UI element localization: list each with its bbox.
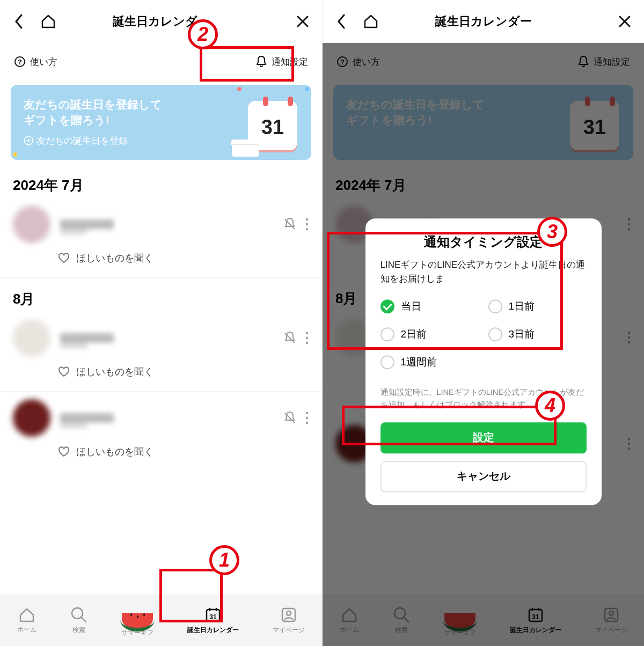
friend-row[interactable] [0, 198, 322, 251]
avatar [13, 319, 50, 357]
close-icon [296, 15, 309, 28]
avatar [13, 205, 50, 243]
sub-toolbar: ? 使い方 通知設定 [0, 43, 322, 80]
option-1day[interactable]: 1日前 [488, 300, 587, 314]
wishlist-link[interactable]: ほしいものを聞く [0, 444, 322, 471]
notification-settings-button[interactable]: 通知設定 [255, 55, 308, 68]
dialog-note: 通知設定時に、LINEギフトのLINE公式アカウントが友だち追加、もしくはブロッ… [380, 387, 587, 412]
month-header-july: 2024年 7月 [0, 164, 322, 198]
svg-point-7 [306, 337, 308, 339]
wishlist-link[interactable]: ほしいものを聞く [0, 251, 322, 278]
friend-row[interactable] [0, 312, 322, 364]
bell-off-icon[interactable] [282, 331, 297, 346]
close-button[interactable] [615, 12, 634, 31]
option-today[interactable]: 当日 [380, 300, 479, 314]
more-vertical-icon[interactable] [305, 217, 309, 231]
promo-banner[interactable]: 友だちの誕生日を登録してギフトを贈ろう! 友だちの誕生日を登録 31 [11, 85, 311, 160]
bell-off-icon[interactable] [282, 217, 297, 232]
svg-point-11 [306, 422, 308, 424]
timing-options: 当日 1日前 2日前 3日前 1週間前 [380, 297, 587, 378]
option-1week[interactable]: 1週間前 [380, 356, 479, 370]
radio-icon [380, 356, 394, 370]
svg-point-16 [287, 611, 291, 615]
friend-row[interactable] [0, 392, 322, 444]
svg-point-12 [72, 608, 83, 619]
right-pane: 誕生日カレンダー ?使い方 通知設定 友だちの誕生日を登録してギフトを贈ろう! … [322, 0, 644, 646]
option-3days[interactable]: 3日前 [488, 328, 587, 342]
home-icon [18, 607, 35, 623]
svg-point-5 [306, 228, 308, 230]
svg-point-3 [306, 218, 308, 221]
radio-checked-icon [380, 300, 394, 314]
help-label: 使い方 [30, 56, 57, 68]
option-2days[interactable]: 2日前 [380, 328, 479, 342]
svg-point-9 [306, 412, 308, 414]
calendar-icon: 31 [204, 606, 222, 623]
friend-name-blurred [60, 214, 273, 235]
confetti-icon [13, 152, 17, 157]
left-pane: 誕生日カレンダー ? 使い方 通知設定 友だちの誕生日を登録してギフトを贈ろう! [0, 0, 322, 646]
radio-icon [380, 328, 394, 342]
close-button[interactable] [293, 12, 312, 31]
cake-illustration [232, 140, 260, 157]
month-header-august: 8月 [0, 278, 322, 312]
heart-icon [58, 446, 70, 457]
friend-name-blurred [60, 407, 273, 429]
help-button[interactable]: ? 使い方 [14, 56, 57, 68]
dialog-subtitle: LINEギフトのLINE公式アカウントより誕生日の通知をお届けしま [380, 259, 587, 286]
page-title: 誕生日カレンダー [323, 13, 644, 30]
bell-icon [255, 55, 267, 68]
nav-search[interactable]: 検索 [70, 606, 87, 635]
more-vertical-icon[interactable] [305, 411, 309, 425]
person-icon [280, 606, 297, 623]
close-icon [618, 15, 631, 28]
notification-timing-dialog: 通知タイミング設定 LINEギフトのLINE公式アカウントより誕生日の通知をお届… [365, 219, 602, 505]
more-vertical-icon[interactable] [305, 331, 309, 345]
svg-text:31: 31 [209, 613, 217, 621]
svg-point-6 [306, 332, 308, 334]
radio-icon [488, 328, 502, 342]
page-title: 誕生日カレンダー [0, 13, 322, 30]
wishlist-link[interactable]: ほしいものを聞く [0, 364, 322, 392]
header: 誕生日カレンダー [323, 0, 644, 43]
notification-settings-label: 通知設定 [272, 56, 308, 68]
annotation-1-badge: 1 [209, 545, 239, 575]
heart-icon [58, 366, 70, 377]
svg-point-8 [306, 342, 308, 344]
friend-name-blurred [60, 327, 273, 349]
confetti-icon [237, 87, 241, 91]
plus-circle-icon [24, 136, 33, 145]
cancel-button[interactable]: キャンセル [380, 461, 587, 492]
confetti-icon [305, 87, 309, 91]
nav-mypage[interactable]: マイページ [273, 606, 305, 635]
avatar [13, 399, 50, 437]
help-icon: ? [14, 56, 26, 68]
nav-birthday-calendar[interactable]: 31 誕生日カレンダー [187, 606, 239, 635]
svg-text:?: ? [18, 58, 22, 66]
confirm-button[interactable]: 設定 [380, 422, 587, 453]
dialog-title: 通知タイミング設定 [380, 234, 587, 251]
nav-home[interactable]: ホーム [17, 607, 36, 634]
svg-point-4 [306, 223, 308, 225]
heart-icon [58, 253, 70, 263]
search-icon [70, 606, 87, 623]
header: 誕生日カレンダー [0, 0, 322, 43]
nav-summer-gift[interactable]: サマーギフ [121, 604, 153, 637]
radio-icon [488, 300, 502, 314]
bell-off-icon[interactable] [282, 410, 297, 425]
svg-point-10 [306, 417, 308, 419]
watermelon-icon [122, 604, 153, 629]
bottom-nav: ホーム 検索 サマーギフ 31 誕生日カレンダー マイページ [0, 594, 322, 646]
